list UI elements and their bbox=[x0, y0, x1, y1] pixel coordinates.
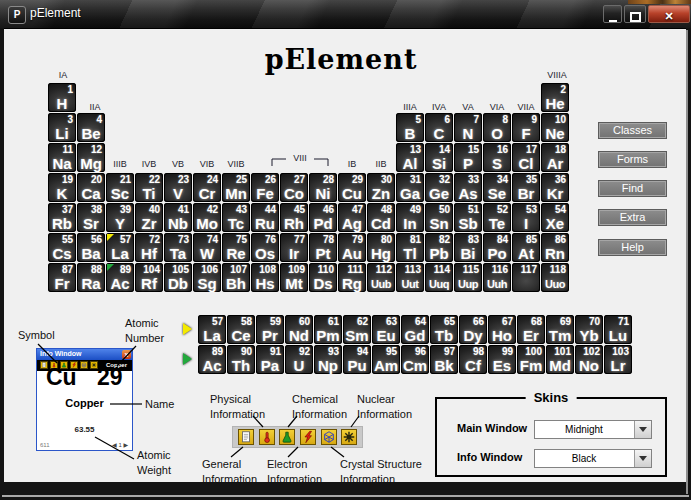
element-cell-Uut[interactable]: 113Uut bbox=[396, 263, 424, 292]
element-cell-Br[interactable]: 35Br bbox=[512, 173, 540, 202]
crystal-structure-information-icon[interactable] bbox=[321, 429, 337, 445]
element-cell-Co[interactable]: 27Co bbox=[280, 173, 308, 202]
element-cell-Mo[interactable]: 42Mo bbox=[193, 203, 221, 232]
element-cell-Ac[interactable]: 89Ac bbox=[106, 263, 134, 292]
element-cell-Hs[interactable]: 108Hs bbox=[251, 263, 279, 292]
element-cell-Zr[interactable]: 40Zr bbox=[135, 203, 163, 232]
element-cell-Fr[interactable]: 87Fr bbox=[48, 263, 76, 292]
element-cell-Nd[interactable]: 60Nd bbox=[285, 315, 313, 344]
element-cell-Sr[interactable]: 38Sr bbox=[77, 203, 105, 232]
element-cell-Pa[interactable]: 91Pa bbox=[256, 345, 284, 374]
element-cell-V[interactable]: 23V bbox=[164, 173, 192, 202]
element-cell-Cf[interactable]: 98Cf bbox=[459, 345, 487, 374]
element-cell-Pb[interactable]: 82Pb bbox=[425, 233, 453, 262]
element-cell-Uub[interactable]: 112Uub bbox=[367, 263, 395, 292]
element-cell-B[interactable]: 5B bbox=[396, 113, 424, 142]
element-cell-Bi[interactable]: 83Bi bbox=[454, 233, 482, 262]
element-cell-Ti[interactable]: 22Ti bbox=[135, 173, 163, 202]
element-cell-Sb[interactable]: 51Sb bbox=[454, 203, 482, 232]
element-cell-Al[interactable]: 13Al bbox=[396, 143, 424, 172]
element-cell-Ir[interactable]: 77Ir bbox=[280, 233, 308, 262]
element-cell-Ne[interactable]: 10Ne bbox=[541, 113, 569, 142]
element-cell-Gd[interactable]: 64Gd bbox=[401, 315, 429, 344]
element-cell-Kr[interactable]: 36Kr bbox=[541, 173, 569, 202]
element-cell-Pd[interactable]: 46Pd bbox=[309, 203, 337, 232]
element-cell-Ds[interactable]: 110Ds bbox=[309, 263, 337, 292]
element-cell-N[interactable]: 7N bbox=[454, 113, 482, 142]
titlebar[interactable]: P pElement bbox=[0, 0, 691, 28]
element-cell-Fe[interactable]: 26Fe bbox=[251, 173, 279, 202]
element-cell-Be[interactable]: 4Be bbox=[77, 113, 105, 142]
element-cell-Rh[interactable]: 45Rh bbox=[280, 203, 308, 232]
element-cell-Pt[interactable]: 78Pt bbox=[309, 233, 337, 262]
element-cell-Xe[interactable]: 54Xe bbox=[541, 203, 569, 232]
element-cell-Mn[interactable]: 25Mn bbox=[222, 173, 250, 202]
general-information-icon[interactable] bbox=[238, 429, 254, 445]
element-cell-Cm[interactable]: 96Cm bbox=[401, 345, 429, 374]
dropdown-arrow-icon[interactable] bbox=[634, 421, 651, 438]
element-cell-Na[interactable]: 11Na bbox=[48, 143, 76, 172]
element-cell-Zn[interactable]: 30Zn bbox=[367, 173, 395, 202]
element-cell-Uuh[interactable]: 116Uuh bbox=[483, 263, 511, 292]
element-cell-F[interactable]: 9F bbox=[512, 113, 540, 142]
element-cell-Fm[interactable]: 100Fm bbox=[517, 345, 545, 374]
element-cell-Cd[interactable]: 48Cd bbox=[367, 203, 395, 232]
element-cell-Pr[interactable]: 59Pr bbox=[256, 315, 284, 344]
element-cell-Uup[interactable]: 115Uup bbox=[454, 263, 482, 292]
element-cell-P[interactable]: 15P bbox=[454, 143, 482, 172]
element-cell-At[interactable]: 85At bbox=[512, 233, 540, 262]
element-cell-Hf[interactable]: 72Hf bbox=[135, 233, 163, 262]
element-cell-Rb[interactable]: 37Rb bbox=[48, 203, 76, 232]
classes-button[interactable]: Classes bbox=[599, 123, 666, 138]
element-cell-117[interactable]: 117 bbox=[512, 263, 540, 292]
element-cell-Ca[interactable]: 20Ca bbox=[77, 173, 105, 202]
element-cell-Tb[interactable]: 65Tb bbox=[430, 315, 458, 344]
element-cell-Uuq[interactable]: 114Uuq bbox=[425, 263, 453, 292]
element-cell-Sn[interactable]: 50Sn bbox=[425, 203, 453, 232]
info-window-skin-dropdown[interactable]: Black bbox=[534, 449, 652, 468]
element-cell-No[interactable]: 102No bbox=[575, 345, 603, 374]
element-cell-Ar[interactable]: 18Ar bbox=[541, 143, 569, 172]
element-cell-H[interactable]: 1H bbox=[48, 83, 76, 112]
element-cell-U[interactable]: 92U bbox=[285, 345, 313, 374]
element-cell-C[interactable]: 6C bbox=[425, 113, 453, 142]
element-cell-Uuo[interactable]: 118Uuo bbox=[541, 263, 569, 292]
element-cell-Nb[interactable]: 41Nb bbox=[164, 203, 192, 232]
element-cell-Se[interactable]: 34Se bbox=[483, 173, 511, 202]
element-cell-Bk[interactable]: 97Bk bbox=[430, 345, 458, 374]
element-cell-Np[interactable]: 93Np bbox=[314, 345, 342, 374]
element-cell-Ga[interactable]: 31Ga bbox=[396, 173, 424, 202]
element-cell-Au[interactable]: 79Au bbox=[338, 233, 366, 262]
element-cell-Ni[interactable]: 28Ni bbox=[309, 173, 337, 202]
element-cell-Ta[interactable]: 73Ta bbox=[164, 233, 192, 262]
element-cell-O[interactable]: 8O bbox=[483, 113, 511, 142]
element-cell-Sm[interactable]: 62Sm bbox=[343, 315, 371, 344]
element-cell-Rg[interactable]: 111Rg bbox=[338, 263, 366, 292]
element-cell-Cu[interactable]: 29Cu bbox=[338, 173, 366, 202]
element-cell-Am[interactable]: 95Am bbox=[372, 345, 400, 374]
element-cell-Er[interactable]: 68Er bbox=[517, 315, 545, 344]
element-cell-Y[interactable]: 39Y bbox=[106, 203, 134, 232]
element-cell-Ba[interactable]: 56Ba bbox=[77, 233, 105, 262]
element-cell-Lr[interactable]: 103Lr bbox=[604, 345, 632, 374]
minimize-button[interactable] bbox=[603, 5, 622, 23]
chemical-information-icon[interactable] bbox=[279, 429, 295, 445]
electron-information-icon[interactable] bbox=[300, 429, 316, 445]
element-cell-Ac[interactable]: 89Ac bbox=[198, 345, 226, 374]
element-cell-Hg[interactable]: 80Hg bbox=[367, 233, 395, 262]
element-cell-Cr[interactable]: 24Cr bbox=[193, 173, 221, 202]
dropdown-arrow-icon[interactable] bbox=[634, 450, 651, 467]
element-cell-Pm[interactable]: 61Pm bbox=[314, 315, 342, 344]
element-cell-Re[interactable]: 75Re bbox=[222, 233, 250, 262]
element-cell-Es[interactable]: 99Es bbox=[488, 345, 516, 374]
element-cell-Eu[interactable]: 63Eu bbox=[372, 315, 400, 344]
element-cell-Si[interactable]: 14Si bbox=[425, 143, 453, 172]
element-cell-Ce[interactable]: 58Ce bbox=[227, 315, 255, 344]
element-cell-Cs[interactable]: 55Cs bbox=[48, 233, 76, 262]
main-window-skin-dropdown[interactable]: Midnight bbox=[534, 420, 652, 439]
element-cell-Li[interactable]: 3Li bbox=[48, 113, 76, 142]
element-cell-Rn[interactable]: 86Rn bbox=[541, 233, 569, 262]
element-cell-Ra[interactable]: 88Ra bbox=[77, 263, 105, 292]
close-button[interactable]: ✕ bbox=[648, 5, 690, 23]
element-cell-Th[interactable]: 90Th bbox=[227, 345, 255, 374]
